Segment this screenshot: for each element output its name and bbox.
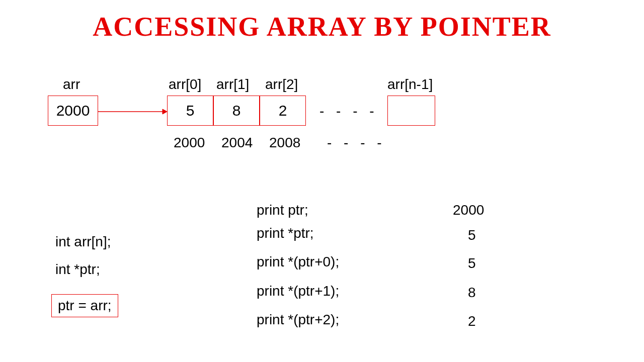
code-line-2: int *ptr;	[55, 261, 100, 278]
page-title: ACCESSING ARRAY BY POINTER	[0, 11, 644, 42]
cell-label-0: arr[0]	[169, 76, 201, 93]
arr-pointer-value: 2000	[56, 102, 90, 119]
cell-label-2: arr[2]	[265, 76, 298, 93]
output-stmt-2: print *(ptr+0);	[257, 254, 339, 270]
code-line-3-box: ptr = arr;	[51, 294, 118, 317]
cell-value-2: 2	[279, 102, 287, 119]
cell-box-1: 8	[213, 96, 260, 126]
output-val-2: 5	[468, 255, 476, 272]
code-line-3: ptr = arr;	[58, 298, 112, 313]
output-stmt-0: print ptr;	[257, 202, 308, 218]
output-val-0: 2000	[453, 202, 484, 218]
cell-box-2: 2	[260, 96, 306, 126]
ellipsis-addrs: - - - -	[327, 135, 386, 151]
cell-value-0: 5	[186, 102, 195, 119]
cell-addr-1: 2004	[221, 135, 253, 151]
cell-box-0: 5	[167, 96, 213, 126]
output-stmt-1: print *ptr;	[257, 225, 314, 241]
cell-label-last: arr[n-1]	[387, 76, 433, 93]
output-val-3: 8	[468, 285, 476, 301]
output-val-1: 5	[468, 227, 476, 243]
output-val-4: 2	[468, 313, 476, 329]
ellipsis-cells: - - - -	[319, 103, 378, 119]
svg-marker-1	[163, 109, 167, 114]
code-line-1: int arr[n];	[55, 234, 111, 250]
cell-box-last	[387, 96, 435, 126]
cell-addr-0: 2000	[174, 135, 205, 151]
arr-pointer-box: 2000	[48, 96, 98, 126]
output-stmt-3: print *(ptr+1);	[257, 283, 339, 299]
cell-value-1: 8	[232, 102, 241, 119]
cell-addr-2: 2008	[269, 135, 300, 151]
output-stmt-4: print *(ptr+2);	[257, 312, 339, 328]
arr-label: arr	[63, 76, 80, 93]
pointer-arrow	[98, 108, 167, 115]
cell-label-1: arr[1]	[216, 76, 249, 93]
